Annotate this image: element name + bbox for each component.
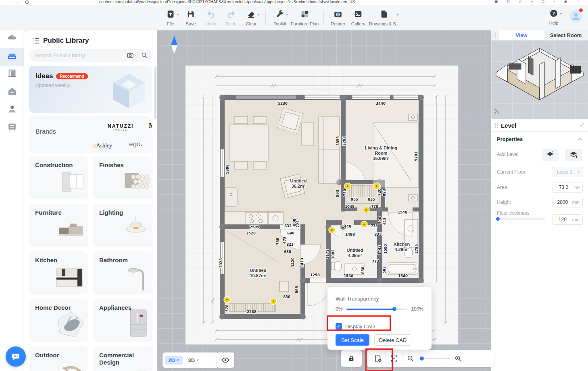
file-button[interactable]: File▼ [161, 6, 180, 29]
help-button[interactable]: ?Help▼ [544, 6, 563, 28]
save-button[interactable]: Save [181, 6, 200, 29]
add-level-below-button[interactable] [565, 149, 582, 161]
tab-view[interactable]: View [499, 30, 544, 40]
transparency-slider-knob[interactable] [392, 307, 396, 311]
avatar[interactable] [569, 10, 582, 23]
category-card-construction[interactable]: Construction [29, 156, 88, 199]
mode-3d-button[interactable]: 3D▼ [186, 356, 202, 365]
scrollbar-thumb[interactable] [154, 66, 156, 119]
category-card-commercial-design[interactable]: Commercial Design [93, 346, 152, 371]
back-icon: ← [3, 0, 14, 5]
height-label: Height [497, 199, 511, 205]
room-label: Untitled4.38m² [347, 248, 363, 258]
display-cad-checkbox[interactable]: ✓ Display CAD [336, 323, 375, 330]
tab-select-room[interactable]: Select Room [544, 30, 588, 40]
sidebar-item-library[interactable] [0, 48, 24, 66]
height-field[interactable]: 2800mm [553, 197, 583, 207]
redo-button: Redo [222, 6, 240, 29]
browser-nav-icons[interactable]: ←→⟳ [3, 0, 35, 5]
add-level-above-button[interactable] [542, 149, 559, 161]
brand-ego: ego. [129, 140, 142, 148]
zoom-in-icon[interactable] [454, 354, 462, 363]
notification-dot [579, 8, 583, 12]
dimension-label: 1580 [384, 244, 388, 254]
caret-down-icon: ▼ [176, 359, 179, 362]
current-floor-select[interactable]: Level 1▼ [552, 167, 583, 177]
search-icon[interactable] [141, 52, 148, 59]
zoom-slider[interactable] [419, 358, 450, 359]
delete-cad-button[interactable]: Delete CAD [374, 334, 411, 346]
zoom-out-icon[interactable] [407, 354, 415, 363]
gallery-button[interactable]: Gallery [349, 6, 367, 29]
help-label: Help [549, 21, 559, 25]
dimension-label: 1540 [398, 274, 408, 278]
address-bar[interactable]: coohom.com/pub/tool/yundesign/cloud?desi… [99, 0, 355, 4]
sidebar-item-profile[interactable] [0, 101, 24, 119]
drawings-s-button[interactable]: Drawings & S...▼ [369, 6, 400, 29]
category-card-home-decor[interactable]: Home Decor [29, 299, 88, 342]
dimension-label: 2268 [247, 310, 256, 314]
render-button[interactable]: Render [329, 6, 347, 29]
top-toolbar: File▼SaveUndoRedoClear▼Toolkit▼Furniture… [0, 5, 588, 30]
browser-extension-icons[interactable]: ▣ ⎋ ☆ ▪ ⬡ ▫ ◉ ⋮ [494, 0, 584, 4]
transparency-slider[interactable] [346, 309, 407, 310]
clear-button[interactable]: Clear▼ [242, 6, 261, 29]
dimension-label: 593 [382, 266, 386, 274]
dimension-label: 778 [371, 205, 378, 209]
category-card-furniture[interactable]: Furniture [29, 204, 88, 247]
caret-down-icon: ▼ [286, 13, 289, 17]
sidebar-item-home[interactable] [0, 30, 24, 48]
category-card-outdoor[interactable]: Outdoor [29, 346, 88, 371]
area-field[interactable]: 73.2m² [553, 182, 583, 193]
dimension-label: 778 [371, 224, 378, 228]
ideas-card[interactable]: Ideas Recommend Updated weekly [29, 66, 152, 113]
category-card-finishes[interactable]: Finishes [93, 156, 152, 199]
eye-icon [221, 356, 229, 364]
brands-card[interactable]: Brands NATUZZIITALIA Mi ⌂Ashley ego. [29, 116, 152, 153]
dimension-label: 835 [374, 232, 382, 236]
cad-settings-button[interactable] [367, 350, 389, 367]
dimension-label: 773 [372, 259, 379, 263]
sidebar-item-render-home[interactable] [0, 83, 24, 101]
toolbar-item-label: Render [331, 21, 345, 26]
category-card-kitchen[interactable]: Kitchen [29, 251, 88, 294]
visibility-button[interactable] [217, 352, 234, 368]
dimension-label: 1443 [377, 245, 382, 255]
lock-button[interactable] [341, 350, 362, 367]
set-scale-button[interactable]: Set Scale [336, 334, 369, 346]
sidebar-item-assets[interactable] [0, 119, 24, 137]
3d-preview[interactable] [491, 40, 588, 119]
category-label: Bathroom [99, 257, 140, 264]
category-image [120, 369, 150, 371]
floor-plan[interactable]: 5230344025856332528690823688104877895583… [157, 30, 491, 371]
category-card-bathroom[interactable]: Bathroom [93, 251, 152, 294]
dimension-label: 808 [292, 219, 296, 226]
toolbar-item-label: Toolkit [273, 21, 286, 26]
drag-handle-icon[interactable] [494, 122, 498, 129]
chevron-up-icon[interactable] [578, 138, 582, 141]
dimension-label: 2093 [331, 249, 335, 259]
sidebar-item-construction[interactable] [0, 66, 24, 83]
dimension-label: 835 [368, 197, 375, 201]
chat-bubble-button[interactable] [6, 346, 26, 367]
floor-thickness-slider[interactable] [497, 218, 545, 220]
floor-thickness-knob[interactable] [496, 217, 500, 221]
lock-icon [347, 354, 355, 363]
toolkit-button[interactable]: Toolkit▼ [271, 6, 289, 29]
design-canvas[interactable]: 5230344025856332528690823688104877895583… [157, 30, 491, 371]
mode-2d-button[interactable]: 2D▼ [165, 356, 183, 365]
search-bar[interactable] [29, 49, 152, 62]
door-icon [7, 68, 17, 81]
focus-icon[interactable] [390, 354, 398, 363]
drag-handle-icon[interactable] [493, 32, 497, 38]
room-label: Untitled10.87m² [250, 268, 267, 278]
image-search-icon[interactable] [127, 52, 134, 59]
expand-icon[interactable]: ⤢ [580, 122, 584, 127]
category-card-lighting[interactable]: Lighting [93, 204, 152, 247]
floor-thickness-field[interactable]: 120mm [553, 214, 583, 225]
zoom-slider-knob[interactable] [420, 356, 424, 361]
furniture-plan-button[interactable]: Furniture Plan [291, 6, 319, 29]
brand-ashley: ⌂Ashley [93, 143, 112, 149]
search-input[interactable] [29, 52, 127, 59]
category-card-appliances[interactable]: Appliances [93, 299, 152, 342]
